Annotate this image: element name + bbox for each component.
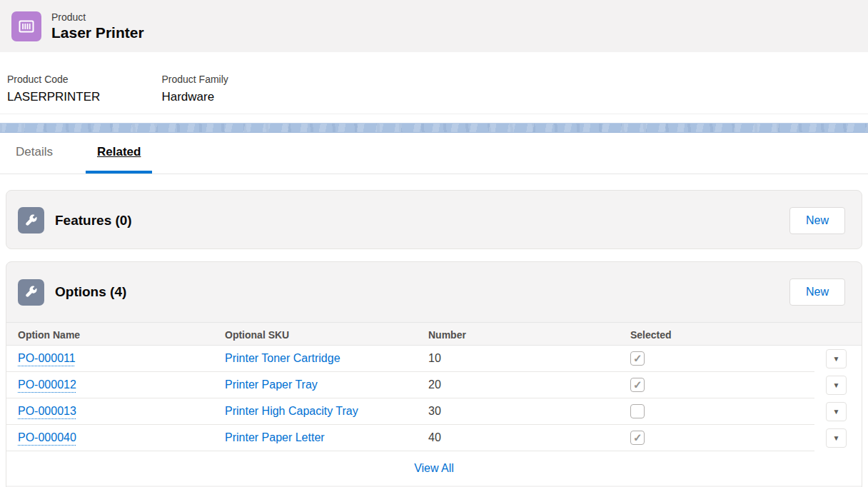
column-header-actions	[814, 323, 862, 346]
column-header-option-name: Option Name	[6, 323, 213, 346]
row-actions-cell: ▼	[814, 372, 862, 398]
chevron-down-icon[interactable]: ▼	[826, 428, 847, 448]
optional-sku-cell: Printer High Capacity Tray	[213, 398, 417, 425]
field-label: Product Code	[7, 72, 158, 86]
entity-label: Product	[51, 11, 144, 24]
table-row: PO-000040 Printer Paper Letter 40 ▼	[6, 425, 862, 451]
options-related-list-card: Options (4) New Option Name Optional SKU…	[6, 261, 862, 487]
header-text: Product Laser Printer	[51, 11, 144, 42]
optional-sku-cell: Printer Toner Cartridge	[213, 346, 417, 372]
record-tab-bar: Details Related	[0, 133, 868, 174]
table-row: PO-000012 Printer Paper Tray 20 ▼	[6, 372, 862, 398]
table-row: PO-000011 Printer Toner Cartridge 10 ▼	[6, 346, 862, 372]
chevron-down-icon[interactable]: ▼	[826, 376, 847, 395]
features-card-header: Features (0) New	[6, 191, 862, 249]
product-barcode-icon	[11, 11, 41, 41]
decorative-blue-band	[0, 123, 868, 133]
product-barcode-icon-glyph	[18, 18, 35, 35]
selected-cell	[619, 372, 814, 398]
row-actions-cell: ▼	[814, 425, 862, 451]
selected-cell	[619, 425, 814, 451]
wrench-icon-glyph	[24, 284, 39, 300]
options-card-title: Options (4)	[55, 284, 789, 300]
selected-checkbox[interactable]	[630, 404, 645, 418]
page-title: Laser Printer	[51, 24, 144, 42]
options-new-button[interactable]: New	[789, 278, 845, 306]
optional-sku-cell: Printer Paper Tray	[213, 372, 417, 398]
selected-checkbox[interactable]	[630, 351, 645, 366]
row-actions-cell: ▼	[814, 398, 862, 425]
tab-related[interactable]: Related	[86, 133, 152, 174]
page-header: Product Laser Printer	[0, 0, 868, 52]
features-related-list-card: Features (0) New	[6, 190, 862, 249]
options-table-header-row: Option Name Optional SKU Number Selected	[6, 322, 862, 346]
wrench-icon	[18, 207, 44, 234]
option-name-cell: PO-000011	[6, 346, 213, 372]
table-row: PO-000013 Printer High Capacity Tray 30 …	[6, 398, 862, 425]
features-card-title: Features (0)	[55, 213, 789, 229]
number-cell: 30	[417, 398, 619, 425]
optional-sku-link[interactable]: Printer Toner Cartridge	[225, 352, 340, 365]
selected-checkbox[interactable]	[630, 431, 645, 445]
options-table-body: PO-000011 Printer Toner Cartridge 10 ▼ P…	[6, 346, 862, 451]
field-product-code: Product Code LASERPRINTER	[7, 72, 158, 106]
column-header-selected: Selected	[619, 323, 814, 346]
option-name-link[interactable]: PO-000040	[18, 431, 76, 444]
number-cell: 20	[417, 372, 619, 398]
row-actions-cell: ▼	[814, 346, 862, 372]
optional-sku-link[interactable]: Printer High Capacity Tray	[225, 405, 358, 418]
field-product-family: Product Family Hardware	[161, 72, 313, 106]
option-name-cell: PO-000012	[6, 372, 213, 398]
column-header-number: Number	[417, 323, 619, 346]
field-value: LASERPRINTER	[7, 88, 158, 106]
chevron-down-icon[interactable]: ▼	[826, 349, 847, 368]
features-new-button[interactable]: New	[789, 207, 845, 234]
optional-sku-link[interactable]: Printer Paper Letter	[225, 431, 325, 444]
number-cell: 10	[417, 346, 619, 372]
selected-cell	[619, 346, 814, 372]
view-all-link[interactable]: View All	[414, 462, 454, 475]
option-name-cell: PO-000013	[6, 398, 213, 425]
option-name-cell: PO-000040	[6, 425, 213, 451]
field-value: Hardware	[161, 88, 313, 106]
option-name-link[interactable]: PO-000012	[18, 378, 76, 391]
column-header-optional-sku: Optional SKU	[213, 323, 417, 346]
options-table-footer: View All	[6, 451, 862, 486]
wrench-icon-glyph	[24, 213, 39, 229]
selected-checkbox[interactable]	[630, 378, 645, 392]
field-label: Product Family	[161, 72, 313, 86]
number-cell: 40	[417, 425, 619, 451]
chevron-down-icon[interactable]: ▼	[826, 402, 847, 421]
spacer	[0, 114, 868, 123]
option-name-link[interactable]: PO-000011	[18, 352, 76, 365]
options-card-header: Options (4) New	[6, 262, 862, 322]
wrench-icon	[18, 279, 44, 306]
optional-sku-cell: Printer Paper Letter	[213, 425, 417, 451]
tab-details[interactable]: Details	[4, 133, 64, 174]
option-name-link[interactable]: PO-000013	[18, 405, 76, 418]
optional-sku-link[interactable]: Printer Paper Tray	[225, 378, 318, 391]
highlights-panel: Product Code LASERPRINTER Product Family…	[0, 52, 868, 114]
options-table: Option Name Optional SKU Number Selected…	[6, 322, 862, 486]
selected-cell	[619, 398, 814, 425]
